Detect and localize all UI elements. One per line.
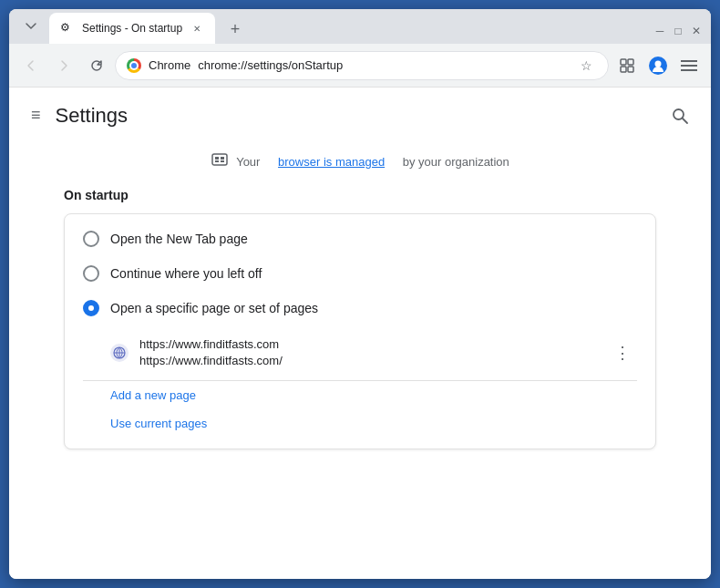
minimize-btn[interactable]: ─ <box>653 24 667 38</box>
use-current-pages-link[interactable]: Use current pages <box>110 413 637 434</box>
chrome-menu-btn[interactable] <box>674 51 704 80</box>
radio-specific[interactable] <box>83 300 99 316</box>
svg-rect-1 <box>628 59 633 65</box>
managed-text-prefix: Your <box>236 155 260 169</box>
svg-rect-15 <box>221 160 224 162</box>
managed-link[interactable]: browser is managed <box>278 155 385 169</box>
svg-rect-3 <box>628 67 633 72</box>
add-new-page-link[interactable]: Add a new page <box>110 385 637 406</box>
managed-text-suffix: by your organization <box>403 155 509 169</box>
tab-close-btn[interactable]: ✕ <box>190 21 204 36</box>
option-continue-label: Continue where you left off <box>110 266 262 281</box>
section-title: On startup <box>64 188 656 202</box>
option-continue[interactable]: Continue where you left off <box>65 256 655 291</box>
page-entry: https://www.finditfasts.com https://www.… <box>110 329 637 377</box>
toolbar-right <box>612 51 704 80</box>
svg-rect-11 <box>212 154 227 165</box>
radio-new-tab[interactable] <box>83 231 99 247</box>
address-bar[interactable]: Chrome chrome://settings/onStartup ☆ <box>115 51 609 80</box>
chrome-label: Chrome <box>149 58 190 72</box>
bookmark-btn[interactable]: ☆ <box>575 55 597 77</box>
page-content: ≡ Settings <box>9 88 711 579</box>
forward-btn[interactable] <box>49 51 78 80</box>
window-controls: ─ □ ✕ <box>653 24 704 44</box>
managed-banner: Your browser is managed by your organiza… <box>9 143 711 181</box>
reload-btn[interactable] <box>82 51 111 80</box>
card-links: Add a new page Use current pages <box>65 381 655 441</box>
svg-rect-14 <box>215 160 219 162</box>
chrome-logo-icon <box>127 58 141 73</box>
settings-menu-icon[interactable]: ≡ <box>24 98 48 132</box>
managed-icon <box>211 150 229 173</box>
profile-btn[interactable] <box>643 51 673 80</box>
profile-menu-btn[interactable] <box>16 11 46 40</box>
option-new-tab-label: Open the New Tab page <box>110 232 248 246</box>
page-title: Settings <box>56 104 129 128</box>
page-favicon-icon <box>110 344 129 362</box>
new-tab-btn[interactable]: + <box>222 16 248 42</box>
page-more-btn[interactable]: ⋮ <box>608 338 637 367</box>
startup-card: Open the New Tab page Continue where you… <box>64 213 656 449</box>
tab-list: ⚙ Settings - On startup ✕ + <box>16 11 645 44</box>
page-url-2: https://www.finditfasts.com/ <box>139 353 597 369</box>
svg-line-10 <box>683 119 687 123</box>
svg-point-9 <box>674 109 684 119</box>
settings-search-btn[interactable] <box>663 99 696 132</box>
toolbar: Chrome chrome://settings/onStartup ☆ <box>9 44 711 88</box>
address-text: chrome://settings/onStartup <box>198 58 343 72</box>
extensions-btn[interactable] <box>612 51 642 80</box>
tab-title: Settings - On startup <box>82 22 182 35</box>
option-specific[interactable]: Open a specific page or set of pages <box>65 291 655 325</box>
page-url-1: https://www.finditfasts.com <box>139 336 597 353</box>
address-icons: ☆ <box>575 55 597 77</box>
option-specific-label: Open a specific page or set of pages <box>110 301 318 315</box>
startup-pages: https://www.finditfasts.com https://www.… <box>65 325 655 380</box>
svg-rect-13 <box>221 157 224 160</box>
tab-favicon: ⚙ <box>60 21 75 36</box>
svg-rect-2 <box>621 67 626 72</box>
title-bar: ⚙ Settings - On startup ✕ + ─ □ ✕ <box>9 9 711 44</box>
settings-body: On startup Open the New Tab page Continu… <box>9 181 711 579</box>
svg-rect-0 <box>621 59 626 65</box>
back-btn[interactable] <box>16 51 46 80</box>
page-url-block: https://www.finditfasts.com https://www.… <box>139 336 597 369</box>
browser-window: ⚙ Settings - On startup ✕ + ─ □ ✕ <box>9 9 711 579</box>
settings-header: ≡ Settings <box>9 88 711 143</box>
close-btn[interactable]: ✕ <box>689 24 704 38</box>
radio-continue[interactable] <box>83 265 99 282</box>
svg-rect-12 <box>215 157 219 160</box>
svg-point-5 <box>655 60 662 67</box>
option-new-tab[interactable]: Open the New Tab page <box>65 222 655 256</box>
maximize-btn[interactable]: □ <box>671 24 685 38</box>
page-content-wrapper: ≡ Settings <box>9 88 711 579</box>
active-tab[interactable]: ⚙ Settings - On startup ✕ <box>49 13 215 44</box>
